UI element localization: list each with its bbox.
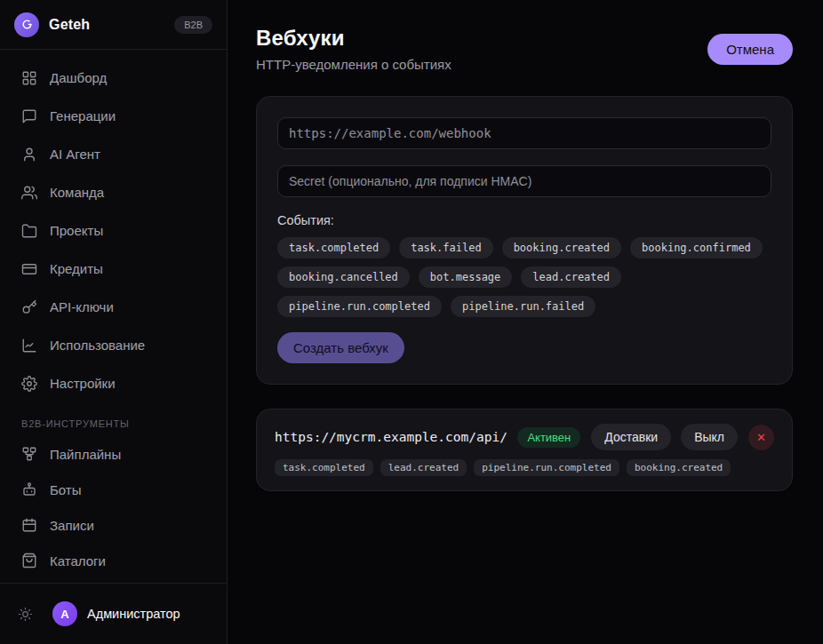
webhook-actions: ДоставкиВыкл	[591, 424, 738, 450]
event-pill[interactable]: booking.cancelled	[277, 266, 410, 288]
webhook-url-input[interactable]	[277, 117, 771, 149]
page-header-text: Вебхуки HTTP-уведомления о событиях	[256, 26, 451, 72]
create-webhook-button[interactable]: Создать вебхук	[277, 332, 404, 363]
event-pill[interactable]: task.completed	[277, 237, 390, 258]
event-pill[interactable]: booking.confirmed	[630, 237, 763, 258]
event-pill[interactable]: lead.created	[521, 266, 621, 288]
chat-icon	[21, 108, 37, 124]
app-root: Geteh B2B Дашборд Генерации AI Агент Ком…	[0, 0, 823, 644]
event-pill[interactable]: booking.created	[502, 237, 621, 258]
app-name: Geteh	[49, 17, 90, 33]
webhook-action-button[interactable]: Выкл	[681, 424, 738, 450]
sidebar-item[interactable]: Каталоги	[0, 543, 227, 578]
sidebar-section-label: B2B-ИНСТРУМЕНТЫ	[0, 402, 227, 436]
credit-card-icon	[21, 261, 37, 277]
sidebar-item[interactable]: Кредиты	[0, 250, 227, 288]
event-pill[interactable]: bot.message	[419, 266, 512, 288]
cancel-button[interactable]: Отмена	[707, 34, 793, 65]
events-label: События:	[277, 213, 771, 227]
sidebar-item[interactable]: Боты	[0, 472, 227, 507]
delete-webhook-button[interactable]: ✕	[748, 425, 774, 450]
key-icon	[21, 299, 37, 315]
sidebar-item[interactable]: AI Агент	[0, 135, 227, 173]
page-title: Вебхуки	[256, 26, 451, 51]
workflow-icon	[21, 446, 37, 462]
users-icon	[21, 185, 37, 201]
dashboard-icon	[21, 70, 37, 86]
sidebar-nav-b2b: Пайплайны Боты Записи Каталоги	[0, 436, 227, 578]
sidebar: Geteh B2B Дашборд Генерации AI Агент Ком…	[0, 0, 228, 644]
event-pill[interactable]: pipeline.run.failed	[451, 296, 595, 317]
webhook-url: https://mycrm.example.com/api/webh…	[275, 430, 507, 444]
sidebar-item[interactable]: API-ключи	[0, 288, 227, 326]
plan-badge: B2B	[174, 16, 212, 34]
sidebar-item[interactable]: Использование	[0, 326, 227, 364]
sidebar-nav-main: Дашборд Генерации AI Агент Команда Проек…	[0, 50, 227, 402]
sidebar-item[interactable]: Пайплайны	[0, 436, 227, 472]
sun-icon[interactable]	[18, 607, 33, 622]
gear-icon	[21, 376, 37, 392]
page-subtitle: HTTP-уведомления о событиях	[256, 57, 451, 72]
calendar-icon	[21, 517, 37, 533]
webhook-form-card: События: task.completedtask.failedbookin…	[256, 96, 793, 385]
logo-row: Geteh B2B	[0, 0, 227, 50]
webhook-head: https://mycrm.example.com/api/webh… Акти…	[275, 424, 774, 450]
webhook-event-tag: lead.created	[380, 459, 467, 476]
sidebar-item[interactable]: Настройки	[0, 364, 227, 402]
sidebar-item[interactable]: Команда	[0, 173, 227, 211]
webhook-event-tag: pipeline.run.completed	[474, 459, 619, 476]
webhook-action-button[interactable]: Доставки	[591, 424, 671, 450]
user-name: Администратор	[87, 607, 180, 621]
chart-icon	[21, 338, 37, 354]
event-pill[interactable]: pipeline.run.completed	[277, 296, 442, 317]
webhook-row: https://mycrm.example.com/api/webh… Акти…	[275, 424, 774, 476]
logo-mark-icon	[14, 12, 39, 37]
secret-input[interactable]	[277, 165, 771, 197]
folder-icon	[21, 223, 37, 239]
webhook-list-card: https://mycrm.example.com/api/webh… Акти…	[256, 409, 793, 491]
page-header: Вебхуки HTTP-уведомления о событиях Отме…	[256, 26, 793, 72]
shopping-bag-icon	[21, 553, 37, 568]
sidebar-item[interactable]: Проекты	[0, 211, 227, 250]
bot-icon	[21, 481, 37, 497]
status-badge: Активен	[517, 427, 580, 448]
sidebar-footer: A Администратор	[0, 583, 227, 644]
main-content: Вебхуки HTTP-уведомления о событиях Отме…	[228, 0, 823, 644]
sidebar-item[interactable]: Дашборд	[0, 59, 227, 97]
user-icon	[21, 147, 37, 163]
sidebar-item[interactable]: Генерации	[0, 97, 227, 135]
webhook-event-tag: booking.created	[627, 459, 731, 476]
avatar: A	[52, 601, 77, 626]
event-pill[interactable]: task.failed	[399, 237, 492, 258]
sidebar-item[interactable]: Записи	[0, 507, 227, 543]
webhook-event-tag: task.completed	[275, 459, 373, 476]
webhook-event-tags: task.completedlead.createdpipeline.run.c…	[275, 459, 774, 476]
event-pills: task.completedtask.failedbooking.created…	[277, 237, 771, 317]
